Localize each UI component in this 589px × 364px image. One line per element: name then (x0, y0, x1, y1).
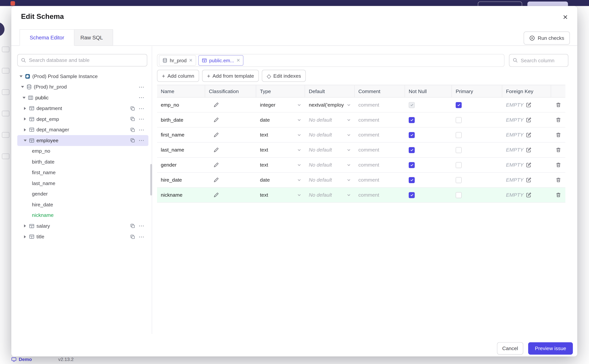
primary-checkbox[interactable] (455, 132, 462, 138)
more-icon[interactable]: ⋯ (139, 139, 145, 143)
add-from-template-button[interactable]: + Add from template (202, 70, 259, 82)
tree-item-public-schema[interactable]: public ⋯ (17, 92, 148, 103)
tree-column-hire-date[interactable]: hire_date (17, 199, 148, 210)
close-icon[interactable]: ✕ (561, 13, 570, 22)
cell-type-select[interactable]: text (256, 128, 305, 142)
cell-classification[interactable] (205, 173, 256, 187)
tree-item-department[interactable]: department ⋯ (17, 103, 148, 114)
scrollbar-thumb[interactable] (150, 164, 152, 195)
cell-type-select[interactable]: date (256, 112, 305, 127)
not-null-checkbox[interactable] (409, 132, 415, 138)
cell-foreign-key[interactable]: EMPTY (502, 173, 551, 187)
trash-icon[interactable] (556, 177, 561, 183)
cell-default-select[interactable]: nextval('employ (305, 98, 355, 112)
cell-default-select[interactable]: No default (305, 112, 355, 127)
cell-comment-input[interactable]: comment (355, 112, 405, 127)
primary-checkbox[interactable] (455, 147, 462, 153)
primary-checkbox[interactable] (455, 162, 462, 168)
edit-icon[interactable] (526, 177, 531, 183)
trash-icon[interactable] (556, 162, 561, 168)
not-null-checkbox[interactable] (409, 102, 415, 108)
pencil-icon[interactable] (213, 192, 219, 198)
primary-checkbox[interactable] (455, 117, 462, 123)
edit-indexes-button[interactable]: ◇ Edit indexes (262, 70, 306, 82)
copy-icon[interactable] (130, 117, 135, 122)
cell-default-select[interactable]: No default (305, 188, 355, 202)
not-null-checkbox[interactable] (409, 162, 415, 168)
tree-item-title[interactable]: title ⋯ (17, 231, 148, 242)
more-icon[interactable]: ⋯ (139, 224, 145, 228)
close-icon[interactable]: ✕ (189, 58, 193, 63)
edit-icon[interactable] (526, 117, 531, 123)
cell-foreign-key[interactable]: EMPTY (502, 188, 551, 202)
tree-column-nickname[interactable]: nickname (17, 210, 148, 221)
cell-name[interactable]: gender (157, 158, 205, 172)
tree-item-hr-prod[interactable]: (Prod) hr_prod ⋯ (17, 82, 148, 92)
not-null-checkbox[interactable] (409, 147, 415, 153)
cell-foreign-key[interactable]: EMPTY (502, 98, 551, 112)
pencil-icon[interactable] (213, 177, 219, 183)
tab-raw-sql[interactable]: Raw SQL (70, 29, 113, 46)
copy-icon[interactable] (130, 223, 135, 229)
tree-item-instance[interactable]: (Prod) Prod Sample Instance (17, 71, 148, 82)
chevron-down-icon[interactable] (20, 86, 25, 88)
cell-name[interactable]: birth_date (157, 112, 205, 127)
copy-icon[interactable] (130, 234, 135, 239)
chevron-right-icon[interactable] (22, 117, 28, 121)
more-icon[interactable]: ⋯ (139, 106, 145, 110)
cell-classification[interactable] (205, 98, 256, 112)
edit-icon[interactable] (526, 147, 531, 153)
tab-chip-public-employee[interactable]: public.em... ✕ (198, 55, 244, 66)
cell-foreign-key[interactable]: EMPTY (502, 158, 551, 172)
edit-icon[interactable] (526, 162, 531, 168)
copy-icon[interactable] (130, 127, 135, 132)
tree-item-salary[interactable]: salary ⋯ (17, 221, 148, 231)
chevron-right-icon[interactable] (22, 224, 28, 228)
cancel-button[interactable]: Cancel (497, 342, 523, 355)
cell-classification[interactable] (205, 112, 256, 127)
preview-issue-button[interactable]: Preview issue (528, 342, 573, 355)
pencil-icon[interactable] (213, 117, 219, 123)
pencil-icon[interactable] (213, 147, 219, 153)
cell-default-select[interactable]: No default (305, 128, 355, 142)
tree-column-gender[interactable]: gender (17, 188, 148, 199)
copy-icon[interactable] (130, 106, 135, 111)
cell-comment-input[interactable]: comment (355, 188, 405, 202)
chevron-right-icon[interactable] (22, 128, 28, 131)
tree-column-emp-no[interactable]: emp_no (17, 146, 148, 156)
pencil-icon[interactable] (213, 162, 219, 168)
cell-foreign-key[interactable]: EMPTY (502, 143, 551, 157)
tree-item-dept-manager[interactable]: dept_manager ⋯ (17, 124, 148, 135)
not-null-checkbox[interactable] (409, 192, 415, 198)
chevron-right-icon[interactable] (22, 107, 28, 110)
cell-foreign-key[interactable]: EMPTY (502, 112, 551, 127)
copy-icon[interactable] (130, 138, 135, 143)
trash-icon[interactable] (556, 147, 561, 153)
cell-default-select[interactable]: No default (305, 143, 355, 157)
cell-name[interactable]: first_name (157, 128, 205, 142)
more-icon[interactable]: ⋯ (139, 235, 145, 239)
cell-classification[interactable] (205, 143, 256, 157)
cell-foreign-key[interactable]: EMPTY (502, 128, 551, 142)
cell-name[interactable]: nickname (157, 188, 205, 202)
demo-link[interactable]: Demo (19, 357, 32, 362)
pencil-icon[interactable] (213, 102, 219, 108)
not-null-checkbox[interactable] (409, 177, 415, 183)
more-icon[interactable]: ⋯ (139, 117, 145, 121)
cell-name[interactable]: hire_date (157, 173, 205, 187)
search-database-input[interactable] (17, 54, 147, 66)
tree-item-employee[interactable]: employee ⋯ (17, 135, 148, 146)
cell-type-select[interactable]: text (256, 158, 305, 172)
chevron-down-icon[interactable] (21, 97, 27, 99)
pencil-icon[interactable] (213, 132, 219, 138)
cell-comment-input[interactable]: comment (355, 128, 405, 142)
edit-icon[interactable] (526, 192, 531, 198)
cell-comment-input[interactable]: comment (355, 98, 405, 112)
cell-comment-input[interactable]: comment (355, 158, 405, 172)
primary-checkbox[interactable] (455, 177, 462, 183)
cell-type-select[interactable]: text (256, 188, 305, 202)
trash-icon[interactable] (556, 117, 561, 123)
run-checks-button[interactable]: Run checks (524, 32, 570, 45)
edit-icon[interactable] (526, 132, 531, 138)
cell-type-select[interactable]: integer (256, 98, 305, 112)
